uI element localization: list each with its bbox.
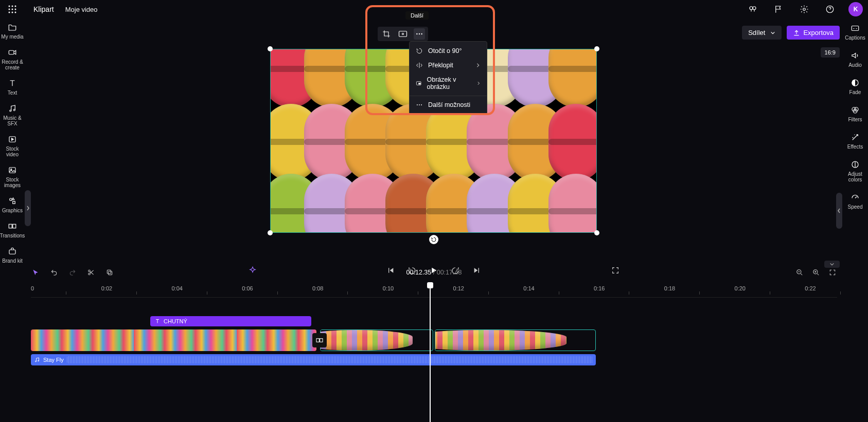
- svg-point-14: [10, 110, 11, 112]
- panel-label: Fade: [849, 89, 861, 95]
- svg-point-19: [10, 198, 12, 201]
- panel-fade[interactable]: Fade: [842, 73, 868, 100]
- brand-kit-icon: [7, 247, 17, 256]
- video-clip-1[interactable]: [31, 329, 316, 351]
- sidebar-item-stock-images[interactable]: Stock images: [0, 161, 25, 192]
- sidebar-item-transitions[interactable]: Transitions: [0, 217, 25, 243]
- clip-thumbnails: [435, 330, 566, 351]
- transition-chip[interactable]: [312, 333, 327, 347]
- resize-handle-bl[interactable]: [268, 230, 273, 235]
- svg-point-55: [38, 360, 39, 361]
- text-clip[interactable]: CHUTNÝ: [150, 316, 311, 326]
- help-icon[interactable]: [823, 2, 837, 16]
- flag-icon[interactable]: [771, 2, 786, 16]
- more-button[interactable]: [414, 28, 425, 40]
- rewards-icon[interactable]: [746, 2, 760, 16]
- flip-icon: [416, 62, 423, 69]
- sidebar-item-graphics[interactable]: Graphics: [0, 192, 25, 217]
- panel-speed[interactable]: Speed: [842, 188, 868, 215]
- zoom-out-button[interactable]: [795, 268, 804, 277]
- project-title[interactable]: Moje video: [65, 6, 98, 13]
- panel-captions[interactable]: Captions: [842, 19, 868, 46]
- chevron-right-icon: [476, 81, 481, 86]
- split-tool[interactable]: [86, 268, 96, 277]
- menu-separator: [410, 96, 487, 96]
- rotate-handle[interactable]: [429, 235, 438, 244]
- zoom-fit-button[interactable]: [828, 268, 837, 277]
- fade-icon: [850, 78, 860, 87]
- panel-audio[interactable]: Audio: [842, 46, 868, 73]
- sidebar-item-stock-video[interactable]: Stock video: [0, 131, 25, 161]
- music-icon: [7, 104, 17, 113]
- pointer-tool[interactable]: [31, 268, 40, 277]
- menu-picture-in-picture[interactable]: Obrázek v obrázku: [410, 72, 487, 94]
- redo-button[interactable]: [68, 268, 77, 277]
- graphics-icon: [7, 196, 17, 206]
- ruler-tick: 0:12: [453, 285, 464, 291]
- avatar-letter: K: [854, 6, 858, 13]
- zoom-in-button[interactable]: [811, 268, 821, 277]
- app-name: Klipart: [33, 5, 54, 13]
- audio-clip[interactable]: Stay Fly: [31, 354, 596, 365]
- sidebar-item-label: Record & create: [0, 59, 25, 70]
- svg-rect-36: [419, 83, 420, 84]
- captions-icon: [850, 24, 860, 33]
- panel-label: Captions: [845, 35, 865, 41]
- settings-icon[interactable]: [797, 2, 811, 16]
- sidebar-item-record[interactable]: Record & create: [0, 44, 25, 75]
- svg-point-2: [15, 6, 16, 7]
- video-clip-3[interactable]: [435, 329, 596, 351]
- svg-point-33: [419, 33, 420, 34]
- context-menu: Otočit o 90° Překlopit Obrázek v obrázku…: [409, 41, 487, 115]
- svg-point-0: [9, 6, 10, 7]
- panel-filters[interactable]: Filters: [842, 100, 868, 127]
- panel-effects[interactable]: Effects: [842, 127, 868, 155]
- ruler-tick: 0:18: [664, 285, 675, 291]
- menu-flip[interactable]: Překlopit: [410, 58, 487, 72]
- resize-handle-tl[interactable]: [268, 46, 273, 51]
- playhead[interactable]: [430, 286, 431, 422]
- svg-point-6: [9, 12, 10, 13]
- duplicate-tool[interactable]: [105, 268, 114, 277]
- sidebar-item-text[interactable]: Text: [0, 75, 25, 100]
- audio-icon: [850, 51, 860, 60]
- svg-point-54: [36, 361, 37, 362]
- undo-button[interactable]: [49, 268, 59, 277]
- video-clip-2[interactable]: [320, 329, 433, 351]
- svg-rect-47: [320, 339, 323, 342]
- sidebar-item-label: Text: [8, 90, 17, 96]
- tooltip: Další: [405, 11, 429, 20]
- resize-handle-tr[interactable]: [594, 46, 599, 51]
- svg-rect-21: [9, 224, 12, 228]
- timeline-ruler[interactable]: 00:020:040:060:080:100:120:140:160:180:2…: [31, 283, 837, 298]
- timecode-display: 00:12.35 / 00:17.48: [406, 269, 462, 276]
- user-avatar[interactable]: K: [848, 2, 863, 16]
- transition-icon: [315, 336, 324, 344]
- resize-handle-br[interactable]: [594, 230, 599, 235]
- ruler-tick: 0: [31, 285, 34, 291]
- floating-toolbar: [378, 27, 428, 41]
- sidebar-item-brand-kit[interactable]: Brand kit: [0, 243, 25, 268]
- left-sidebar: My media Record & create Text Music & SF…: [0, 19, 25, 422]
- svg-rect-22: [13, 224, 16, 228]
- svg-rect-46: [316, 339, 319, 342]
- menu-label: Další možnosti: [428, 101, 470, 108]
- crop-button[interactable]: [381, 28, 392, 40]
- svg-rect-20: [13, 201, 15, 204]
- stock-images-icon: [7, 166, 17, 175]
- svg-point-38: [419, 104, 420, 105]
- sidebar-item-my-media[interactable]: My media: [0, 19, 25, 44]
- svg-point-1: [12, 6, 13, 7]
- fit-button[interactable]: [397, 28, 409, 40]
- menu-rotate-90[interactable]: Otočit o 90°: [410, 44, 487, 58]
- panel-adjust-colors[interactable]: Adjust colors: [842, 155, 868, 188]
- sidebar-item-label: Stock video: [0, 146, 25, 157]
- menu-more-options[interactable]: Další možnosti: [410, 98, 487, 112]
- text-icon: [154, 318, 161, 324]
- timeline[interactable]: 00:020:040:060:080:100:120:140:160:180:2…: [31, 283, 837, 422]
- adjust-colors-icon: [850, 160, 860, 169]
- text-icon: [7, 79, 17, 88]
- svg-rect-23: [9, 250, 15, 254]
- sidebar-item-music[interactable]: Music & SFX: [0, 100, 25, 131]
- apps-grid-icon[interactable]: [5, 2, 20, 16]
